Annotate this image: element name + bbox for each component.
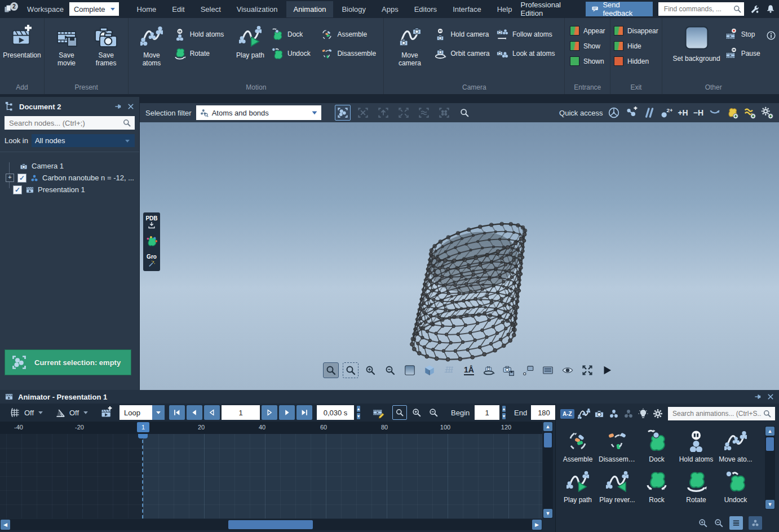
filter-camera-icon[interactable] xyxy=(594,408,605,419)
info-icon[interactable] xyxy=(766,30,776,41)
tree-node-nanotube[interactable]: + ✓ Carbon nanotube n = -12, ... xyxy=(6,172,137,184)
next-keyframe-button[interactable] xyxy=(279,405,295,420)
minimize-arrow-icon[interactable] xyxy=(709,107,721,119)
shown-button[interactable]: Shown xyxy=(570,56,605,66)
set-background-button[interactable]: Set background xyxy=(671,21,723,66)
frame-duration-field[interactable]: 0,030 s xyxy=(317,405,354,420)
filter-path-icon[interactable] xyxy=(578,407,590,420)
scroll-right-arrow[interactable]: ▶ xyxy=(532,520,542,530)
palette-item-undock[interactable]: Undock xyxy=(717,470,754,504)
timeline-zoom-button[interactable] xyxy=(392,405,407,420)
value-snap-select[interactable]: Off xyxy=(54,405,90,420)
move-atoms-button[interactable]: Move atoms xyxy=(132,21,171,70)
hold-atoms-button[interactable]: Hold atoms xyxy=(174,28,229,41)
scroll-up-arrow[interactable]: ▲ xyxy=(765,427,774,436)
selection-filter-select[interactable]: Atoms and bonds xyxy=(196,105,321,120)
pin-icon[interactable] xyxy=(114,103,122,110)
remove-hydrogens-button[interactable]: −H xyxy=(693,108,703,117)
background-button[interactable] xyxy=(402,362,418,378)
list-view-button[interactable] xyxy=(729,516,743,530)
tab-edit[interactable]: Edit xyxy=(165,1,192,17)
rotate-button[interactable]: Rotate xyxy=(174,47,229,60)
sample-blob-button[interactable] xyxy=(144,233,160,250)
stop-button[interactable]: Stop xyxy=(725,28,756,41)
disappear-button[interactable]: Disappear xyxy=(614,26,658,36)
scroll-left-arrow[interactable]: ◀ xyxy=(1,520,10,530)
hide-button[interactable]: Hide xyxy=(614,41,658,51)
timeline-zoom-out-button[interactable] xyxy=(428,405,439,420)
palette-item-hold-atoms[interactable]: Hold atoms xyxy=(678,429,715,463)
tree-expander-icon[interactable]: + xyxy=(6,174,14,182)
zoom-tool-button[interactable] xyxy=(323,362,339,378)
current-frame-field[interactable]: 1 xyxy=(222,405,260,420)
timeline-grid[interactable] xyxy=(0,434,542,518)
select-group-button[interactable] xyxy=(436,105,452,121)
close-icon[interactable] xyxy=(127,103,135,110)
zoom-in-button[interactable] xyxy=(362,362,378,378)
follow-atoms-button[interactable]: Follow atoms xyxy=(496,28,561,41)
scroll-thumb[interactable] xyxy=(544,433,552,447)
scroll-up-arrow[interactable]: ▲ xyxy=(543,422,552,431)
pause-button[interactable]: Pause xyxy=(725,47,756,60)
sort-az-button[interactable]: A-Z xyxy=(560,409,574,419)
palette-scrollbar[interactable]: ▲ ▼ xyxy=(765,426,775,509)
add-bond-icon[interactable] xyxy=(625,107,638,119)
tab-home[interactable]: Home xyxy=(130,1,164,17)
timeline-ruler[interactable]: -40-20120406080100120 xyxy=(0,422,542,434)
filter-effects-icon[interactable] xyxy=(638,408,649,419)
look-in-select[interactable]: All nodes xyxy=(32,134,135,147)
labels-button[interactable] xyxy=(520,362,536,378)
zoom-out-icon[interactable] xyxy=(714,518,724,528)
bond-order-icon[interactable] xyxy=(643,107,655,119)
scroll-down-arrow[interactable]: ▼ xyxy=(765,500,774,509)
workspace-select[interactable]: Complete xyxy=(69,2,119,16)
loop-select[interactable]: Loop xyxy=(119,405,165,420)
orientation-cube-button[interactable] xyxy=(422,362,437,378)
search-animations-box[interactable] xyxy=(668,407,775,420)
move-camera-button[interactable]: Move camera xyxy=(387,21,432,70)
palette-item-rock[interactable]: Rock xyxy=(638,470,675,504)
dock-button[interactable]: Dock xyxy=(271,28,318,41)
visibility-checkbox[interactable]: ✓ xyxy=(13,185,22,194)
select-up-button[interactable] xyxy=(375,105,391,121)
expand-selection-button[interactable] xyxy=(396,105,411,121)
step-forward-button[interactable] xyxy=(262,405,277,420)
tab-interface[interactable]: Interface xyxy=(445,1,489,17)
fit-view-button[interactable] xyxy=(579,362,595,378)
add-hydrogens-button[interactable]: +H xyxy=(678,108,688,117)
tab-editors[interactable]: Editors xyxy=(407,1,444,17)
add-residue-icon[interactable] xyxy=(726,107,738,119)
disassemble-button[interactable]: Disassemble xyxy=(321,47,380,60)
save-frames-button[interactable]: Save frames xyxy=(87,21,125,70)
add-chain-icon[interactable] xyxy=(743,107,756,119)
simulation-settings-icon[interactable] xyxy=(761,107,773,119)
presentation-button[interactable]: Presentation xyxy=(3,21,41,63)
step-back-button[interactable] xyxy=(204,405,220,420)
search-animations-input[interactable] xyxy=(671,409,763,418)
fullscreen-view-button[interactable] xyxy=(540,362,556,378)
ion-charge-icon[interactable]: 2+ xyxy=(660,107,672,119)
palette-item-play-reverse[interactable]: Play rever... xyxy=(599,470,636,504)
find-commands-box[interactable] xyxy=(658,2,744,16)
pin-icon[interactable] xyxy=(754,393,762,401)
tree-node-presentation[interactable]: ✓ Presentation 1 xyxy=(6,184,137,196)
select-similar-button[interactable] xyxy=(416,105,432,121)
palette-item-disassemble[interactable]: Disassemble xyxy=(599,429,636,463)
go-to-start-button[interactable] xyxy=(169,405,185,420)
tab-animation[interactable]: Animation xyxy=(286,1,334,17)
palette-item-move-atoms[interactable]: Move ato... xyxy=(717,429,754,463)
begin-field[interactable]: 1 xyxy=(475,405,499,420)
preferences-wrench-icon[interactable] xyxy=(750,4,760,14)
tree-node-camera[interactable]: Camera 1 xyxy=(6,160,137,172)
previous-keyframe-button[interactable] xyxy=(187,405,202,420)
pdb-download-button[interactable]: PDB xyxy=(144,214,160,231)
tab-help[interactable]: Help xyxy=(490,1,520,17)
deselect-button[interactable] xyxy=(355,105,371,121)
scale-button[interactable]: 1Å xyxy=(461,362,477,378)
palette-item-play-path[interactable]: Play path xyxy=(559,470,596,504)
palette-item-rotate[interactable]: Rotate xyxy=(678,470,715,504)
appear-button[interactable]: Appear xyxy=(570,26,605,36)
timeline-zoom-in-button[interactable] xyxy=(411,405,422,420)
tab-apps[interactable]: Apps xyxy=(374,1,406,17)
hidden-button[interactable]: Hidden xyxy=(614,56,658,66)
